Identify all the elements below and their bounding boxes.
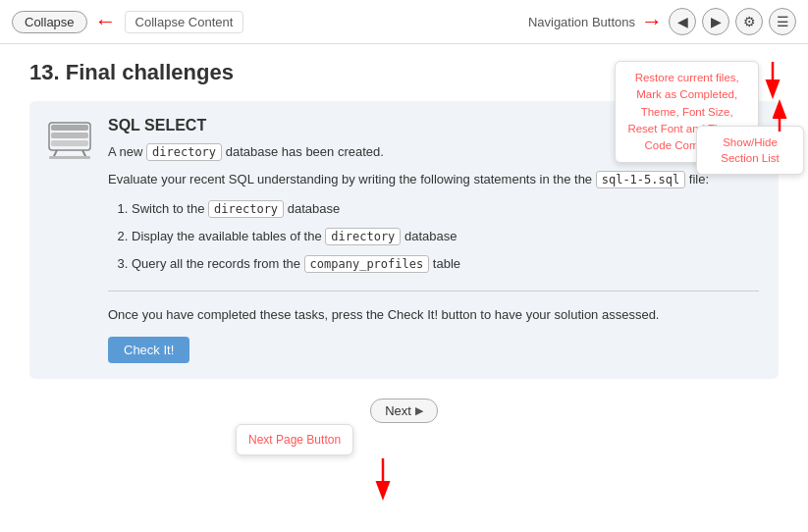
lesson-footer-text: Once you have completed these tasks, pre… [108,305,759,325]
database-icon [43,115,96,171]
nav-label: Navigation Buttons [528,15,635,29]
svg-rect-2 [51,140,88,146]
show-hide-callout: Show/Hide Section List [696,126,804,175]
next-label: Next [385,403,411,418]
nav-arrow-icon: → [641,9,663,34]
prev-icon: ◀ [677,14,688,29]
item1-code: directory [208,200,284,218]
list-item: Query all the records from the company_p… [132,251,759,277]
collapse-content-label: Collapse Content [125,11,244,33]
menu-button[interactable]: ☰ [769,8,796,35]
next-icon: ▶ [711,14,722,29]
svg-rect-1 [51,133,88,138]
collapse-arrow-icon: ← [95,11,117,32]
next-nav-button[interactable]: ▶ [702,8,729,35]
next-arrow-icon: ▶ [415,404,423,417]
svg-rect-0 [51,125,88,131]
lesson-list: Switch to the directory database Display… [132,196,759,277]
settings-button[interactable]: ⚙ [735,8,763,35]
top-left-controls: Collapse ← Collapse Content [12,11,243,33]
next-page-arrow [363,456,412,505]
divider [108,291,759,292]
menu-icon: ☰ [777,14,789,29]
item2-code: directory [325,228,401,245]
next-area: Next ▶ [29,399,779,423]
db-name-code-1: directory [146,143,222,161]
item3-code: company_profiles [304,255,430,273]
lesson-eval-text: Evaluate your recent SQL understanding b… [108,170,759,189]
list-item: Display the available tables of the dire… [132,224,759,249]
check-it-button[interactable]: Check It! [108,337,189,363]
prev-nav-button[interactable]: ◀ [669,8,696,35]
next-page-callout: Next Page Button [236,424,353,455]
list-item: Switch to the directory database [132,196,759,222]
top-bar: Collapse ← Collapse Content Navigation B… [0,0,808,44]
sql-file-code: sql-1-5.sql [596,171,685,188]
svg-rect-6 [49,156,90,159]
next-button[interactable]: Next ▶ [370,399,438,423]
top-right-controls: Navigation Buttons → ◀ ▶ ⚙ ☰ [528,8,796,35]
collapse-button[interactable]: Collapse [12,11,87,33]
gear-icon: ⚙ [743,14,756,29]
